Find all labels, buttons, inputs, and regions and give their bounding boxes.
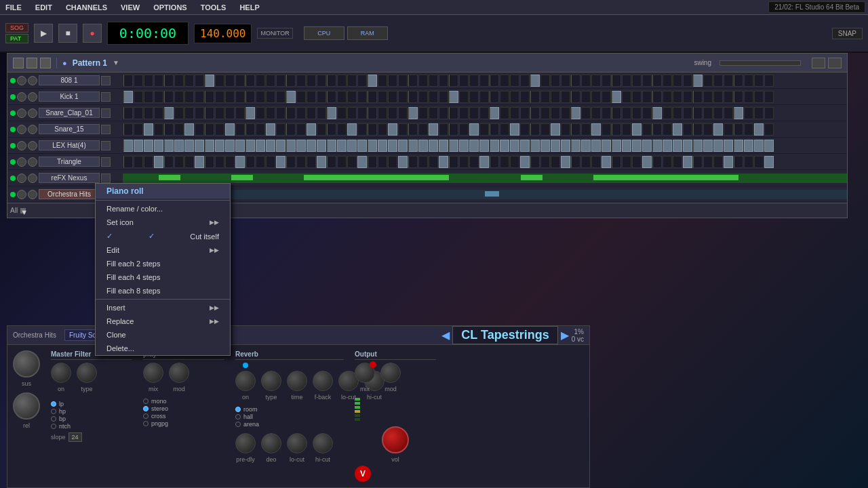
pad-2-17[interactable]: [296, 107, 306, 119]
pad-1-10[interactable]: [225, 91, 235, 103]
swing-slider[interactable]: [719, 60, 801, 66]
filter-hp[interactable]: hp: [51, 408, 132, 415]
pad-1-39[interactable]: [520, 91, 530, 103]
ch-solo-0[interactable]: [28, 76, 37, 85]
pad-0-29[interactable]: [418, 75, 428, 87]
pad-0-0[interactable]: [123, 75, 133, 87]
filter-lp[interactable]: lp: [51, 401, 132, 407]
fback-knob[interactable]: [313, 371, 333, 391]
pad-2-3[interactable]: [154, 107, 163, 119]
pad-5-51[interactable]: [642, 156, 652, 168]
pad-0-55[interactable]: [683, 75, 692, 87]
pad-4-54[interactable]: [673, 140, 682, 152]
pad-3-32[interactable]: [449, 123, 458, 136]
pad-1-7[interactable]: [195, 91, 204, 103]
channel-name-2[interactable]: Snare_Clap_01: [39, 108, 100, 118]
pad-0-56[interactable]: [693, 75, 703, 87]
predly-knob[interactable]: [235, 433, 256, 453]
pad-0-16[interactable]: [286, 75, 296, 87]
pad-0-5[interactable]: [174, 75, 184, 87]
pad-5-24[interactable]: [368, 156, 377, 168]
pad-3-37[interactable]: [500, 123, 509, 136]
pad-2-58[interactable]: [713, 107, 723, 119]
pad-1-29[interactable]: [418, 91, 428, 103]
pad-4-29[interactable]: [418, 140, 428, 152]
pad-1-53[interactable]: [663, 91, 672, 103]
pad-3-15[interactable]: [276, 123, 285, 136]
mix-out-knob[interactable]: [355, 363, 375, 383]
pad-2-10[interactable]: [225, 107, 235, 119]
pad-0-14[interactable]: [266, 75, 275, 87]
pad-1-47[interactable]: [601, 91, 611, 103]
pad-2-62[interactable]: [754, 107, 764, 119]
pad-1-0[interactable]: [123, 91, 133, 103]
pad-3-47[interactable]: [601, 123, 611, 136]
pad-0-40[interactable]: [530, 75, 540, 87]
pad-4-58[interactable]: [713, 140, 723, 152]
pad-3-41[interactable]: [540, 123, 550, 136]
pad-2-0[interactable]: [123, 107, 133, 119]
pad-3-7[interactable]: [195, 123, 204, 136]
pad-2-27[interactable]: [398, 107, 408, 119]
pad-0-24[interactable]: [368, 75, 377, 87]
pad-1-1[interactable]: [134, 91, 143, 103]
pad-0-41[interactable]: [540, 75, 550, 87]
filter-bp[interactable]: bp: [51, 415, 132, 422]
locut2-knob[interactable]: [287, 433, 307, 453]
pad-1-2[interactable]: [144, 91, 153, 103]
pad-2-7[interactable]: [195, 107, 204, 119]
ch-solo-7[interactable]: [28, 190, 37, 199]
pad-3-23[interactable]: [357, 123, 367, 136]
pad-3-62[interactable]: [754, 123, 764, 136]
ch-mute-2[interactable]: [17, 108, 26, 118]
pad-4-38[interactable]: [510, 140, 519, 152]
pad-2-38[interactable]: [510, 107, 519, 119]
pad-3-13[interactable]: [256, 123, 265, 136]
pad-2-39[interactable]: [520, 107, 530, 119]
pad-1-4[interactable]: [164, 91, 174, 103]
play-knob-btn-2[interactable]: [169, 363, 189, 383]
pad-2-47[interactable]: [601, 107, 611, 119]
pad-5-11[interactable]: [235, 156, 245, 168]
pad-3-5[interactable]: [174, 123, 184, 136]
pad-0-18[interactable]: [307, 75, 316, 87]
pad-0-33[interactable]: [459, 75, 469, 87]
pad-2-2[interactable]: [144, 107, 153, 119]
pad-3-2[interactable]: [144, 123, 153, 136]
pad-4-41[interactable]: [540, 140, 550, 152]
pad-5-37[interactable]: [500, 156, 509, 168]
pad-5-6[interactable]: [184, 156, 194, 168]
pad-5-25[interactable]: [378, 156, 387, 168]
pad-5-0[interactable]: [123, 156, 133, 168]
pad-0-38[interactable]: [510, 75, 519, 87]
pad-0-59[interactable]: [724, 75, 733, 87]
inst-nav-right[interactable]: ▶: [561, 329, 569, 342]
pad-4-19[interactable]: [317, 140, 326, 152]
pad-4-44[interactable]: [571, 140, 580, 152]
pad-5-16[interactable]: [286, 156, 296, 168]
ctx-menu-item-2[interactable]: Set icon▶: [96, 216, 230, 229]
pad-1-5[interactable]: [174, 91, 184, 103]
ch-mute-6[interactable]: [17, 174, 26, 183]
time-knob[interactable]: [287, 371, 307, 391]
pad-2-24[interactable]: [368, 107, 377, 119]
pad-3-30[interactable]: [429, 123, 438, 136]
pad-1-38[interactable]: [510, 91, 519, 103]
pad-1-19[interactable]: [317, 91, 326, 103]
ctx-menu-item-3[interactable]: ✓Cut itself: [96, 229, 230, 243]
pad-1-44[interactable]: [571, 91, 580, 103]
rack-btn-2[interactable]: [26, 58, 37, 68]
pad-2-43[interactable]: [561, 107, 570, 119]
reverb-arena[interactable]: arena: [235, 421, 344, 428]
ch-vol-3[interactable]: [101, 125, 111, 134]
pad-1-50[interactable]: [632, 91, 642, 103]
pad-4-4[interactable]: [164, 140, 174, 152]
mod-out-knob[interactable]: [380, 363, 401, 383]
pad-3-3[interactable]: [154, 123, 163, 136]
pad-5-30[interactable]: [429, 156, 438, 168]
ch-mute-5[interactable]: [17, 157, 26, 167]
filter-dropdown[interactable]: ▼: [20, 208, 26, 214]
pad-4-57[interactable]: [703, 140, 713, 152]
pad-0-51[interactable]: [642, 75, 652, 87]
pad-2-41[interactable]: [540, 107, 550, 119]
